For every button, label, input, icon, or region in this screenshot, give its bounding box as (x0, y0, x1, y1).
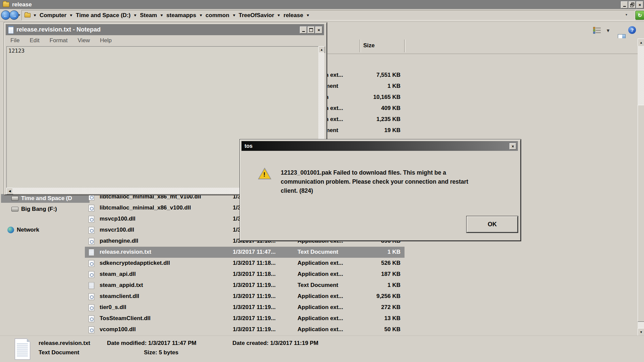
file-name: libtcmalloc_minimal_x86_v100.dll (100, 204, 191, 211)
file-name: pathengine.dll (100, 238, 138, 244)
scroll-left-button[interactable]: ◀ (6, 188, 13, 194)
views-dropdown-icon[interactable]: ▼ (606, 28, 610, 33)
breadcrumb-item[interactable]: Steam (140, 12, 157, 19)
drive-icon (11, 196, 18, 201)
notepad-minimize-button[interactable] (300, 26, 307, 34)
crumb-separator-icon[interactable]: ▼ (277, 13, 281, 17)
file-list-scrollbar[interactable]: ▲ ▼ (638, 39, 644, 336)
views-icon[interactable] (593, 26, 601, 34)
close-button[interactable]: × (636, 1, 643, 8)
date-modified: 1/3/2017 11:19... (233, 326, 276, 333)
breadcrumb-item[interactable]: Computer (40, 12, 66, 19)
file-size: 50 KB (360, 326, 400, 333)
file-type: Application ext... (298, 260, 343, 266)
table-row[interactable]: TosSteamClient.dll1/3/2017 11:19...Appli… (85, 313, 405, 324)
sidebar-item-network[interactable]: Network (1, 226, 91, 234)
table-row[interactable]: release.revision.txt1/3/2017 11:47...Tex… (85, 247, 405, 258)
scroll-up-button[interactable]: ▲ (318, 46, 325, 53)
details-pane: release.revision.txt Date modified: 1/3/… (0, 336, 644, 362)
file-name: tier0_s.dll (100, 304, 126, 311)
window-title: release (12, 1, 32, 8)
file-name: vcomp100.dll (100, 326, 136, 333)
dialog-close-button[interactable]: × (509, 143, 516, 149)
address-dropdown-icon[interactable]: ▾ (626, 13, 627, 16)
notepad-menu-help[interactable]: Help (100, 37, 112, 44)
folder-icon (24, 13, 31, 17)
crumb-separator-icon[interactable]: ▼ (232, 13, 236, 17)
file-type: Text Document (298, 282, 338, 289)
dll-file-icon (89, 315, 94, 322)
date-modified: 1/3/2017 11:19... (233, 293, 276, 300)
notepad-menu-edit[interactable]: Edit (30, 37, 39, 44)
column-separator[interactable] (360, 40, 361, 52)
file-size: 10,165 KB (360, 94, 400, 101)
crumb-separator-icon[interactable]: ▼ (133, 13, 137, 17)
tos-error-dialog: tos × 12123_001001.pak Failed to downloa… (240, 139, 521, 241)
column-separator[interactable] (404, 40, 406, 52)
dialog-title: tos (245, 143, 253, 149)
dialog-titlebar[interactable]: tos × (241, 141, 518, 151)
breadcrumb-item[interactable]: TreeOfSavior (239, 12, 274, 19)
dialog-message: 12123_001001.pak Failed to download file… (281, 168, 468, 195)
details-date-modified: Date modified: 1/3/2017 11:47 PM (107, 340, 196, 347)
network-icon (7, 227, 14, 233)
details-file-size: Size: 5 bytes (144, 349, 178, 356)
notepad-menu-file[interactable]: File (10, 37, 19, 44)
dll-file-icon (89, 304, 94, 311)
crumb-separator-icon[interactable]: ▼ (306, 13, 310, 17)
file-type: Application ext... (298, 271, 343, 278)
date-modified: 1/3/2017 11:19... (233, 315, 276, 322)
breadcrumb-item[interactable]: Time and Space (D:) (76, 12, 130, 19)
notepad-maximize-button[interactable] (308, 26, 315, 34)
history-dropdown-icon[interactable]: ▾ (18, 13, 20, 17)
crumb-separator-icon[interactable]: ▼ (199, 13, 203, 17)
dll-file-icon (89, 216, 94, 223)
ok-button[interactable]: OK (467, 216, 518, 233)
breadcrumb[interactable]: ▼Computer▼Time and Space (D:)▼Steam▼stea… (21, 10, 635, 20)
crumb-separator-icon[interactable]: ▼ (33, 13, 37, 17)
size-column-header[interactable]: Size (363, 42, 375, 49)
minimize-button[interactable] (621, 1, 628, 8)
sidebar-item-label: Time and Space (D (21, 195, 72, 202)
dll-file-icon (89, 271, 94, 278)
table-row[interactable]: sdkencryptedappticket.dll1/3/2017 11:18.… (85, 258, 405, 269)
text-file-icon (89, 282, 94, 289)
table-row[interactable]: steamclient.dll1/3/2017 11:19...Applicat… (85, 291, 405, 302)
notepad-menu-view[interactable]: View (78, 37, 90, 44)
date-modified: 1/3/2017 11:19... (233, 282, 276, 289)
table-row[interactable]: steam_api.dll1/3/2017 11:18...Applicatio… (85, 269, 405, 280)
file-size: 19 KB (360, 127, 400, 134)
table-row[interactable]: tier0_s.dll1/3/2017 11:19...Application … (85, 302, 405, 313)
notepad-close-button[interactable]: × (315, 26, 322, 34)
scroll-up-button[interactable]: ▲ (638, 39, 644, 47)
restore-button[interactable] (629, 1, 636, 8)
restore-icon (630, 4, 633, 7)
forward-button[interactable]: → (9, 10, 19, 20)
breadcrumb-item[interactable]: common (206, 12, 229, 19)
maximize-icon (309, 28, 313, 32)
file-type: Application ext... (298, 315, 343, 322)
breadcrumb-item[interactable]: release (283, 12, 303, 19)
file-size: 1 KB (360, 83, 400, 89)
sidebar-item-big-bang-f[interactable]: Big Bang (F:) (1, 205, 95, 214)
notepad-titlebar[interactable]: release.revision.txt - Notepad × (6, 24, 324, 35)
file-name: TosSteamClient.dll (100, 315, 151, 322)
back-button[interactable]: ← (1, 10, 10, 20)
sidebar-item-time-and-space-d[interactable]: Time and Space (D (1, 194, 90, 203)
notepad-menu-format[interactable]: Format (50, 37, 68, 44)
table-row[interactable]: steam_appid.txt1/3/2017 11:19...Text Doc… (85, 280, 405, 291)
crumb-separator-icon[interactable]: ▼ (69, 13, 73, 17)
crumb-separator-icon[interactable]: ▼ (160, 13, 164, 17)
sidebar-item-label: Big Bang (F:) (21, 206, 57, 213)
dll-file-icon (89, 238, 94, 245)
table-row[interactable]: vcomp100.dll1/3/2017 11:19...Application… (85, 324, 405, 335)
notepad-title: release.revision.txt - Notepad (16, 26, 101, 33)
refresh-button[interactable]: ↻ (635, 11, 644, 20)
scroll-down-button[interactable]: ▼ (638, 328, 644, 336)
scrollbar-thumb[interactable] (638, 105, 644, 322)
breadcrumb-item[interactable]: steamapps (166, 12, 196, 19)
folder-icon (3, 2, 9, 7)
file-size: 1 KB (360, 282, 400, 289)
dialog-message-line: communication problem. Please check your… (281, 177, 468, 186)
help-icon[interactable]: ? (628, 26, 636, 34)
